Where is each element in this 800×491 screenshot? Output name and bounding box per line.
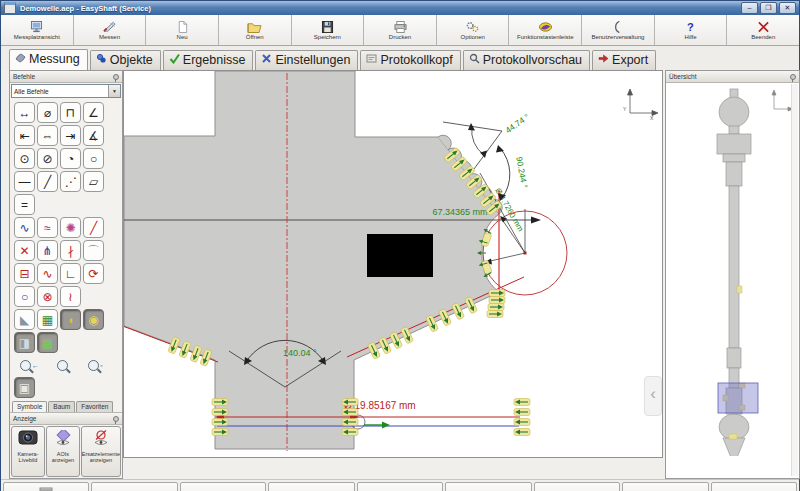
pin-icon[interactable] — [790, 74, 796, 80]
neu-button[interactable]: Neu — [146, 15, 219, 45]
f10-button[interactable]: (F10) — [534, 482, 620, 491]
pin-icon[interactable] — [113, 416, 119, 422]
tab-protokollvorschau[interactable]: Protokollvorschau — [463, 50, 590, 70]
öffnen-button[interactable]: Öffnen — [219, 15, 292, 45]
aois-anzeigen-button[interactable]: AOIs anzeigen — [46, 426, 80, 477]
glow-circle-icon[interactable]: ◉ — [83, 309, 104, 330]
circle-center-icon[interactable]: ⊙ — [14, 148, 35, 169]
ersatzelemente-anzeigen-button[interactable]: Ersatzelemente anzeigen — [81, 426, 121, 477]
cylinder-icon[interactable]: ⊟ — [14, 263, 35, 284]
speichern-button[interactable]: Speichern — [292, 15, 365, 45]
circle-icon[interactable]: ○ — [83, 148, 104, 169]
measurement-canvas[interactable]: 67.34365 mm Ø 4.7260 mm — [123, 70, 663, 458]
close-button[interactable]: ✕ — [779, 2, 796, 14]
symmetry-icon[interactable]: ∤ — [60, 240, 81, 261]
angle-dimension-icon[interactable]: ∠ — [83, 102, 104, 123]
parallelism-icon[interactable]: = — [14, 194, 35, 215]
line-horizontal-icon[interactable]: — — [14, 171, 35, 192]
tab-export[interactable]: Export — [592, 50, 656, 70]
circle-radius-icon[interactable]: ◔ — [60, 148, 81, 169]
line-points-icon[interactable]: ⋰ — [60, 171, 81, 192]
function-key-bar: (F5)(F6)(F7)(F8)(F9)(F10)(F11)(F12) — [1, 479, 799, 491]
circle-crossed-icon[interactable]: ⊗ — [37, 286, 58, 307]
peak-curve-icon[interactable]: ⌒ — [83, 240, 104, 261]
f9-button[interactable]: (F9) — [445, 482, 531, 491]
line-red-icon[interactable]: ╱ — [83, 217, 104, 238]
circle-blue-icon[interactable]: ○ — [14, 286, 35, 307]
contour-icon[interactable]: ▱ — [83, 171, 104, 192]
display-panel-title: Anzeige — [13, 415, 113, 422]
distance-between-icon[interactable]: ⇔ — [37, 125, 58, 146]
camera-image-region[interactable] — [367, 234, 433, 277]
coordinate-axes-icon — [772, 90, 793, 111]
overview-panel-header: Übersicht — [666, 71, 799, 83]
curve-points-icon[interactable]: ≈ — [37, 217, 58, 238]
zoom-in-icon[interactable] — [49, 355, 76, 375]
tab-objekte[interactable]: Objekte — [90, 50, 161, 70]
arc-segment-icon[interactable]: ◖ — [60, 309, 81, 330]
width-dimension-icon[interactable]: ↔ — [14, 102, 35, 123]
protocol-header-icon — [366, 53, 377, 67]
f7-button[interactable]: (F7) — [268, 482, 354, 491]
roughness-icon[interactable]: ∿ — [37, 263, 58, 284]
f12-button[interactable]: (F12) — [711, 482, 797, 491]
wave-icon[interactable]: ≀ — [60, 286, 81, 307]
spline-icon[interactable]: ∿ — [14, 217, 35, 238]
f6-button[interactable]: (F6) — [180, 482, 266, 491]
optionen-button[interactable]: Optionen — [437, 15, 510, 45]
panel-tab-baum[interactable]: Baum — [48, 401, 75, 412]
zoom-previous-icon[interactable]: ← — [16, 355, 43, 375]
camera-icon — [18, 430, 38, 449]
zoom-window-icon[interactable]: ▫ — [82, 355, 109, 375]
diameter-dimension-icon[interactable]: ⌀ — [37, 102, 58, 123]
table-icon[interactable]: ▦ — [37, 332, 58, 353]
toolbar-button-label: Messen — [99, 34, 120, 40]
angle-3point-icon[interactable]: ∡ — [83, 125, 104, 146]
tab-messung[interactable]: Messung — [9, 49, 88, 70]
tab-ergebnisse[interactable]: Ergebnisse — [163, 50, 254, 70]
runout-icon[interactable]: ⟳ — [83, 263, 104, 284]
f5-button[interactable]: (F5) — [91, 482, 177, 491]
tab-einstellungen[interactable]: Einstellungen — [255, 50, 358, 70]
panel-tab-favoriten[interactable]: Favoriten — [76, 401, 113, 412]
main-toolbar: MessplatzansichtMessenNeuÖffnenSpeichern… — [1, 15, 799, 46]
benutzerverwaltung-button[interactable]: Benutzerverwaltung — [582, 15, 655, 45]
scrollbar[interactable] — [791, 84, 798, 476]
hilfe-button[interactable]: ?Hilfe — [655, 15, 728, 45]
current-view-selection[interactable] — [718, 383, 758, 413]
pin-icon[interactable] — [113, 74, 119, 80]
minimize-button[interactable]: – — [741, 2, 758, 14]
kamera-livebild-button[interactable]: Kamera- Livebild — [11, 426, 45, 477]
gear-contour-icon[interactable]: ✺ — [60, 217, 81, 238]
beenden-button[interactable]: Beenden — [727, 15, 799, 45]
funktionstastenleiste-button[interactable]: Funktionstastenleiste — [509, 15, 582, 45]
f11-button[interactable]: (F11) — [622, 482, 708, 491]
panel-tab-symbole[interactable]: Symbole — [12, 401, 47, 412]
maximize-button[interactable]: ❐ — [760, 2, 777, 14]
collapse-panel-button[interactable]: ‹ — [644, 376, 662, 416]
mesh-icon[interactable]: ▦ — [37, 309, 58, 330]
messplatzansicht-button[interactable]: Messplatzansicht — [1, 15, 74, 45]
camera-position-icon[interactable]: ◨ — [14, 332, 35, 353]
tab-protokollkopf[interactable]: Protokollkopf — [360, 50, 460, 70]
shaft-overview-drawing[interactable] — [666, 83, 797, 456]
help-icon: ? — [683, 20, 698, 33]
distance-z-icon[interactable]: ⇥ — [60, 125, 81, 146]
line-diagonal-icon[interactable]: ╱ — [37, 171, 58, 192]
distance-x-icon[interactable]: ⇤ — [14, 125, 35, 146]
messen-button[interactable]: Messen — [74, 15, 147, 45]
height-dimension-icon[interactable]: ⊓ — [60, 102, 81, 123]
line-fan-icon[interactable]: ⋔ — [37, 240, 58, 261]
f8-button[interactable]: (F8) — [357, 482, 443, 491]
display-button-label: AOIs anzeigen — [52, 451, 74, 464]
drucken-button[interactable]: Drucken — [364, 15, 437, 45]
chevron-down-icon[interactable]: ▼ — [108, 85, 120, 97]
toolbar-button-label: Optionen — [460, 34, 484, 40]
command-filter-select[interactable]: Alle Befehle ▼ — [11, 84, 121, 98]
flatness-icon[interactable]: ◣ — [14, 309, 35, 330]
function-layers-button[interactable] — [3, 482, 89, 491]
circle-diameter-icon[interactable]: ⊘ — [37, 148, 58, 169]
view-screen-icon[interactable]: ▣ — [14, 377, 35, 398]
intersection-icon[interactable]: ✕ — [14, 240, 35, 261]
coordinate-system-icon[interactable]: ∟ — [60, 263, 81, 284]
